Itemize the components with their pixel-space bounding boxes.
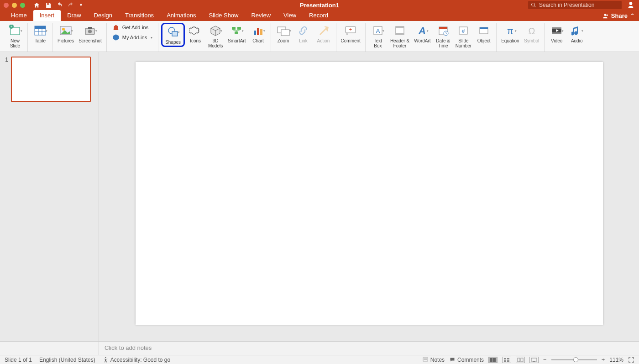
link-icon bbox=[298, 24, 309, 37]
new-slide-button[interactable]: +▾ New Slide bbox=[5, 23, 25, 48]
pictures-icon: ▾ bbox=[59, 24, 72, 37]
accessibility-status[interactable]: Accessibility: Good to go bbox=[103, 357, 170, 363]
ribbon-tabs: Home Insert Draw Design Transitions Anim… bbox=[0, 10, 639, 21]
tab-review[interactable]: Review bbox=[245, 10, 277, 21]
zoom-window-button[interactable] bbox=[20, 3, 25, 8]
zoom-out-button[interactable]: − bbox=[543, 356, 547, 363]
table-button[interactable]: ▾ Table bbox=[31, 23, 50, 43]
addin-icon bbox=[112, 34, 120, 41]
search-placeholder: Search in Presentation bbox=[539, 2, 594, 8]
zoom-slider[interactable] bbox=[551, 359, 597, 360]
slide-thumbnail-1[interactable] bbox=[11, 57, 91, 102]
slide-position: Slide 1 of 1 bbox=[5, 357, 32, 363]
svg-rect-4 bbox=[35, 26, 46, 29]
action-button[interactable]: Action bbox=[314, 23, 333, 43]
svg-point-9 bbox=[62, 28, 65, 31]
link-button[interactable]: Link bbox=[294, 23, 313, 43]
smartart-button[interactable]: ▾ SmartArt bbox=[226, 23, 247, 43]
svg-text:A: A bbox=[418, 25, 426, 36]
my-addins-button[interactable]: My Add-ins▾ bbox=[112, 34, 152, 41]
share-button[interactable]: Share bbox=[611, 12, 628, 19]
zoom-in-button[interactable]: + bbox=[602, 356, 605, 363]
slideshow-view-button[interactable] bbox=[529, 357, 539, 363]
svg-rect-45 bbox=[552, 27, 561, 29]
zoom-level[interactable]: 111% bbox=[609, 357, 623, 363]
shopping-bag-icon bbox=[112, 24, 120, 31]
svg-rect-16 bbox=[172, 31, 178, 36]
video-button[interactable]: ▾ Video bbox=[547, 23, 566, 43]
search-input[interactable]: Search in Presentation bbox=[528, 1, 622, 9]
comments-toggle[interactable]: Comments bbox=[449, 357, 484, 363]
video-icon: ▾ bbox=[551, 24, 563, 37]
get-addins-button[interactable]: Get Add-ins bbox=[112, 24, 152, 31]
shapes-button[interactable]: ▾ Shapes bbox=[161, 23, 185, 47]
header-footer-icon bbox=[394, 24, 405, 37]
account-icon[interactable] bbox=[627, 1, 634, 9]
text-box-button[interactable]: A▾ Text Box bbox=[368, 23, 388, 48]
audio-icon: ▾ bbox=[571, 24, 582, 37]
cube-icon: ▾ bbox=[210, 24, 221, 37]
tab-slideshow[interactable]: Slide Show bbox=[202, 10, 245, 21]
table-icon: ▾ bbox=[34, 24, 47, 37]
svg-rect-59 bbox=[521, 358, 523, 362]
svg-text:Ω: Ω bbox=[528, 26, 535, 36]
redo-icon[interactable] bbox=[68, 2, 74, 9]
zoom-button[interactable]: ▾ Zoom bbox=[274, 23, 293, 43]
language-indicator[interactable]: English (United States) bbox=[39, 357, 95, 363]
screenshot-button[interactable]: ▾ Screenshot bbox=[77, 23, 104, 43]
home-icon[interactable] bbox=[33, 2, 40, 9]
normal-view-button[interactable] bbox=[488, 357, 498, 363]
3d-models-button[interactable]: ▾ 3D Models bbox=[206, 23, 225, 48]
svg-rect-60 bbox=[531, 358, 537, 361]
tab-design[interactable]: Design bbox=[88, 10, 119, 21]
svg-rect-36 bbox=[439, 27, 447, 29]
minimize-window-button[interactable] bbox=[12, 3, 17, 8]
svg-rect-49 bbox=[423, 358, 428, 361]
header-footer-button[interactable]: Header & Footer bbox=[388, 23, 411, 48]
collapse-ribbon-icon[interactable]: ⌃ bbox=[630, 13, 634, 19]
svg-rect-24 bbox=[260, 29, 262, 35]
undo-icon[interactable] bbox=[56, 2, 63, 9]
status-bar: Slide 1 of 1 English (United States) Acc… bbox=[0, 355, 639, 364]
slide-number-icon: # bbox=[458, 24, 469, 37]
notes-toggle[interactable]: Notes bbox=[422, 357, 445, 363]
comments-icon bbox=[449, 357, 456, 363]
chart-button[interactable]: ▾ Chart bbox=[249, 23, 268, 43]
tab-home[interactable]: Home bbox=[5, 10, 33, 21]
audio-button[interactable]: ▾ Audio bbox=[567, 23, 587, 43]
slide-number-button[interactable]: # Slide Number bbox=[454, 23, 474, 48]
svg-rect-58 bbox=[518, 358, 520, 362]
svg-rect-54 bbox=[504, 358, 506, 359]
qat-customize-icon[interactable]: ▼ bbox=[79, 3, 83, 7]
svg-text:π: π bbox=[507, 26, 513, 36]
notes-placeholder[interactable]: Click to add notes bbox=[99, 342, 157, 355]
zoom-icon: ▾ bbox=[277, 24, 290, 37]
fit-to-window-button[interactable] bbox=[628, 357, 634, 363]
slide-canvas[interactable] bbox=[136, 62, 603, 325]
symbol-button[interactable]: Ω Symbol bbox=[522, 23, 541, 43]
svg-rect-19 bbox=[232, 27, 236, 30]
tab-transitions[interactable]: Transitions bbox=[119, 10, 160, 21]
close-window-button[interactable] bbox=[4, 3, 9, 8]
reading-view-button[interactable] bbox=[516, 357, 525, 363]
screenshot-icon: ▾ bbox=[84, 24, 96, 37]
wordart-button[interactable]: A▾ WordArt bbox=[412, 23, 433, 43]
wordart-icon: A▾ bbox=[417, 24, 428, 37]
equation-button[interactable]: π▾ Equation bbox=[499, 23, 521, 43]
tab-record[interactable]: Record bbox=[303, 10, 335, 21]
svg-rect-12 bbox=[88, 27, 92, 29]
svg-text:+: + bbox=[349, 26, 352, 32]
object-button[interactable]: Object bbox=[474, 23, 493, 43]
tab-animations[interactable]: Animations bbox=[160, 10, 202, 21]
sorter-view-button[interactable] bbox=[502, 357, 511, 363]
date-time-button[interactable]: Date & Time bbox=[434, 23, 453, 48]
tab-insert[interactable]: Insert bbox=[33, 10, 61, 21]
comment-button[interactable]: + Comment bbox=[339, 23, 362, 43]
slide-thumbnail-panel: 1 bbox=[0, 52, 99, 341]
icons-button[interactable]: Icons bbox=[186, 23, 205, 43]
svg-rect-32 bbox=[396, 26, 404, 28]
pictures-button[interactable]: ▾ Pictures bbox=[56, 23, 76, 43]
tab-draw[interactable]: Draw bbox=[61, 10, 87, 21]
save-icon[interactable] bbox=[45, 2, 52, 9]
tab-view[interactable]: View bbox=[277, 10, 303, 21]
